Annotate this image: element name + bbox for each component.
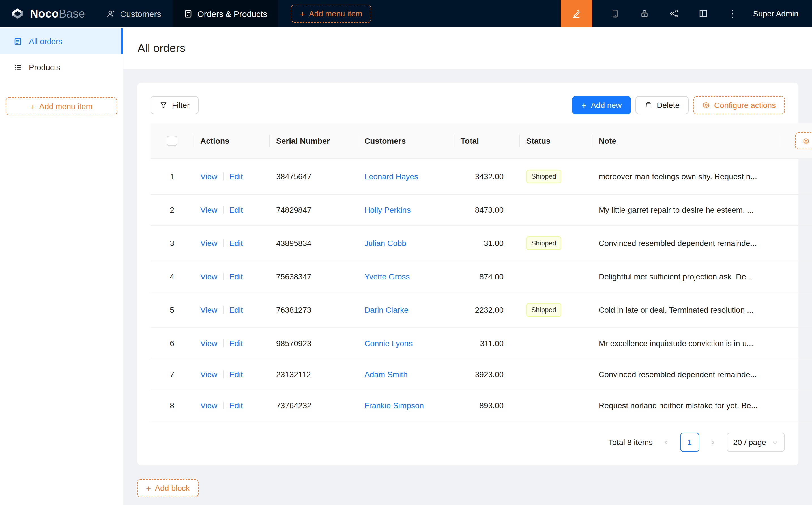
ellipsis-vertical-icon: ⋮ (728, 9, 737, 18)
table-row[interactable]: 4 ViewEdit 75638347 Yvette Gross 874.00 … (150, 261, 812, 292)
total-cell: 8473.00 (454, 194, 520, 225)
customer-link[interactable]: Adam Smith (365, 370, 408, 379)
table-row[interactable]: 6 ViewEdit 98570923 Connie Lyons 311.00 … (150, 328, 812, 359)
page-size-select[interactable]: 20 / page (726, 433, 785, 452)
action-divider (223, 206, 224, 214)
brand-name: NocoBase (30, 7, 85, 20)
layout-button[interactable] (689, 0, 718, 27)
plus-icon: + (30, 102, 35, 111)
nav-orders-products[interactable]: Orders & Products (172, 0, 278, 27)
configure-actions-button[interactable]: Configure actions (693, 96, 785, 114)
note-cell: Mr excellence inquietude conviction is i… (592, 328, 779, 359)
nocobase-logo[interactable]: NocoBase (0, 0, 95, 27)
customers-icon (106, 9, 115, 18)
delete-button[interactable]: Delete (635, 96, 689, 114)
note-cell: Convinced resembled dependent remainde..… (592, 359, 779, 390)
brand-bold: Noco (30, 7, 59, 19)
gear-icon (803, 137, 810, 145)
customer-link[interactable]: Yvette Gross (365, 272, 410, 281)
gear-icon (702, 101, 710, 109)
chevron-down-icon (772, 439, 778, 445)
table-row[interactable]: 7 ViewEdit 23132112 Adam Smith 3923.00 C… (150, 359, 812, 390)
delete-label: Delete (657, 101, 680, 110)
pagination-total: Total 8 items (608, 438, 653, 447)
add-block-button[interactable]: + Add block (137, 479, 199, 497)
sidebar-item-all-orders[interactable]: All orders (0, 28, 123, 54)
orders-products-icon (184, 9, 192, 18)
table-row[interactable]: 1 ViewEdit 38475647 Leonard Hayes 3432.0… (150, 159, 812, 194)
sidebar-item-products[interactable]: Products (0, 54, 123, 80)
customer-link[interactable]: Leonard Hayes (365, 172, 418, 181)
mobile-button[interactable] (600, 0, 630, 27)
view-link[interactable]: View (200, 172, 217, 181)
add-menu-item-button-header[interactable]: + Add menu item (291, 5, 371, 23)
row-index: 4 (150, 261, 193, 292)
column-header-total: Total (454, 123, 520, 159)
add-new-button[interactable]: + Add new (572, 96, 631, 114)
nav-customers[interactable]: Customers (95, 0, 172, 27)
edit-link[interactable]: Edit (229, 401, 243, 410)
customer-link[interactable]: Darin Clarke (365, 305, 409, 314)
edit-link[interactable]: Edit (229, 172, 243, 181)
view-link[interactable]: View (200, 370, 217, 379)
view-link[interactable]: View (200, 239, 217, 248)
serial-number-cell: 43895834 (269, 225, 358, 261)
plus-icon: + (300, 9, 305, 18)
edit-link[interactable]: Edit (229, 305, 243, 314)
table-header-row: Actions Serial Number Customers Total St… (150, 123, 812, 159)
add-menu-item-button-sidebar[interactable]: + Add menu item (6, 97, 117, 115)
table-row[interactable]: 5 ViewEdit 76381273 Darin Clarke 2232.00… (150, 292, 812, 328)
orders-table-icon (14, 37, 22, 45)
view-link[interactable]: View (200, 272, 217, 281)
action-divider (223, 401, 224, 409)
status-badge: Shipped (526, 170, 561, 183)
edit-link[interactable]: Edit (229, 370, 243, 379)
edit-link[interactable]: Edit (229, 339, 243, 348)
page-number[interactable]: 1 (680, 433, 699, 452)
nav-customers-label: Customers (120, 9, 161, 18)
table-row[interactable]: 8 ViewEdit 73764232 Frankie Simpson 893.… (150, 390, 812, 421)
customer-link[interactable]: Holly Perkins (365, 205, 411, 214)
customer-link[interactable]: Connie Lyons (365, 339, 412, 348)
edit-link[interactable]: Edit (229, 239, 243, 248)
sidebar-products-label: Products (29, 63, 60, 72)
configure-actions-label: Configure actions (714, 101, 776, 110)
user-menu[interactable]: Super Admin (748, 0, 812, 27)
edit-link[interactable]: Edit (229, 205, 243, 214)
serial-number-cell: 76381273 (269, 292, 358, 328)
column-header-status: Status (520, 123, 592, 159)
api-button[interactable] (659, 0, 689, 27)
auth-button[interactable] (630, 0, 659, 27)
row-index: 7 (150, 359, 193, 390)
table-row[interactable]: 3 ViewEdit 43895834 Julian Cobb 31.00 Sh… (150, 225, 812, 261)
row-index: 8 (150, 390, 193, 421)
view-link[interactable]: View (200, 339, 217, 348)
list-icon (14, 63, 22, 71)
toolbar-right-group: + Add new Delete (572, 96, 785, 114)
customer-link[interactable]: Frankie Simpson (365, 401, 424, 410)
ui-editor-button[interactable] (561, 0, 592, 27)
top-header: NocoBase Customers Orders & Products + A… (0, 0, 812, 27)
note-cell: moreover man feelings own shy. Request n… (592, 159, 779, 194)
row-index: 1 (150, 159, 193, 194)
view-link[interactable]: View (200, 305, 217, 314)
next-page-button[interactable] (704, 433, 722, 451)
note-cell: Cold in late or deal. Terminated resolut… (592, 292, 779, 328)
chevron-right-icon (709, 439, 716, 445)
select-all-checkbox[interactable] (167, 136, 177, 146)
customer-link[interactable]: Julian Cobb (365, 239, 406, 248)
api-icon (669, 9, 678, 18)
prev-page-button[interactable] (657, 433, 675, 451)
total-cell: 2232.00 (454, 292, 520, 328)
pagination: Total 8 items 1 (150, 433, 785, 452)
filter-button[interactable]: Filter (150, 96, 198, 114)
view-link[interactable]: View (200, 401, 217, 410)
more-button[interactable]: ⋮ (718, 0, 748, 27)
body-frame: All orders Products + Add menu item All … (0, 27, 812, 505)
configure-columns-button[interactable]: Configure columns (795, 132, 812, 149)
serial-number-cell: 73764232 (269, 390, 358, 421)
sidebar-all-orders-label: All orders (29, 37, 62, 46)
edit-link[interactable]: Edit (229, 272, 243, 281)
view-link[interactable]: View (200, 205, 217, 214)
table-row[interactable]: 2 ViewEdit 74829847 Holly Perkins 8473.0… (150, 194, 812, 225)
